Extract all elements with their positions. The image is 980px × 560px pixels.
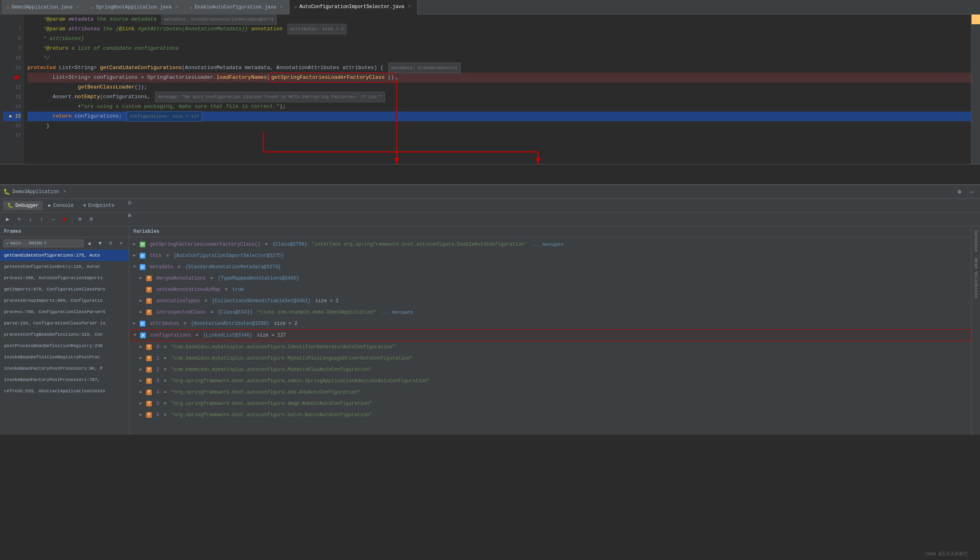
main-layout: ☕ Demo3Application.java × ☕ SpringBootAp… (0, 0, 980, 560)
expand-conf-4[interactable] (140, 388, 145, 397)
run-cursor-btn[interactable]: → (48, 214, 58, 225)
frames-down-btn[interactable]: ▼ (96, 239, 105, 248)
expand-configurations[interactable] (134, 331, 139, 340)
navigate-link-introspected[interactable]: ... Navigate (381, 308, 413, 317)
frames-up-btn[interactable]: ▲ (85, 239, 94, 248)
frames-header: Frames (0, 226, 129, 237)
expand-conf-5[interactable] (140, 399, 145, 408)
sidebar-database[interactable]: Database (972, 227, 980, 255)
var-row-attributes[interactable]: p attributes = {AnnotationAttributes@328… (129, 318, 971, 329)
expand-anntypes[interactable] (140, 297, 145, 305)
sidebar-bean-validation[interactable]: Bean Validation (972, 255, 980, 301)
separator (72, 215, 72, 223)
var-row-anntypes[interactable]: f annotationTypes = {Collections$Unmodif… (129, 295, 971, 307)
var-row-conf-5[interactable]: f 5 = "org.springframework.boot.autoconf… (129, 398, 971, 409)
stop-btn[interactable]: ■ (59, 214, 69, 225)
frame-item-9[interactable]: invokeBeanDefinitionRegistryPostProc (0, 352, 129, 363)
frame-item-0[interactable]: getCandidateConfigurations:175, Auto (0, 250, 129, 261)
frame-item-7[interactable]: processConfigBeanDefinitions:319, Con (0, 329, 129, 340)
expand-merged[interactable] (140, 274, 145, 283)
expand-conf-1[interactable] (140, 354, 145, 363)
var-row-conf-0[interactable]: f 0 = "com.baomidou.mybatisplus.autoconf… (129, 341, 971, 353)
frame-item-12[interactable]: refresh:533, AbstractApplicationContex (0, 385, 129, 397)
var-row-conf-3[interactable]: f 3 = "org.springframework.boot.autoconf… (129, 375, 971, 387)
f-icon-conf-0: f (146, 344, 152, 350)
frame-item-6[interactable]: parse:193, ConfigurationClassParser (o (0, 318, 129, 329)
watches-btn[interactable]: ≡ (86, 214, 97, 225)
tab-close-0[interactable]: × (75, 4, 81, 10)
variables-header: Variables (129, 226, 971, 237)
tab-close-2[interactable]: × (279, 4, 284, 10)
code-line-13: Assert. notEmpty (configurations, messag… (27, 92, 971, 102)
tab-close-3[interactable]: × (407, 4, 412, 10)
code-line-8: * attributes} (27, 34, 971, 44)
frame-item-8[interactable]: postProcessBeanDefinitionRegistry:236 (0, 340, 129, 352)
tab-autoconfigurationimportselector[interactable]: ☕ AutoConfigurationImportSelector.java × (290, 0, 418, 15)
line-numbers: 7 8 9 10 10 11 12 13 14 ▶ 15 16 17 (0, 15, 24, 164)
debug-body: Frames ✔ main...NNING ▼ ▲ ▼ ▽ + (0, 226, 980, 435)
frame-item-4[interactable]: processGroupImports:809, Configuratio (0, 295, 129, 306)
frames-toolbar: ✔ main...NNING ▼ ▲ ▼ ▽ + (0, 237, 129, 250)
var-row-this[interactable]: p this = {AutoConfigurationImportSelecto… (129, 250, 971, 261)
var-row-0[interactable]: m getSpringFactoriesLoaderFactoryClass()… (129, 239, 971, 250)
expand-conf-3[interactable] (140, 377, 145, 385)
frame-item-10[interactable]: invokeBeanFactoryPostProcessors:96, P (0, 363, 129, 374)
minimize-btn[interactable]: — (966, 187, 977, 197)
frames-filter-btn[interactable]: ▽ (106, 239, 115, 248)
navigate-link-0[interactable]: ... Navigate (532, 240, 564, 249)
expand-0[interactable] (133, 240, 138, 249)
f-icon-conf-2: f (146, 367, 152, 373)
thread-selector[interactable]: ✔ main...NNING ▼ (3, 240, 84, 247)
frame-item-11[interactable]: invokeBeanFactoryPostProcessors:707, (0, 374, 129, 385)
var-row-nested[interactable]: f nestedAnnotationsAsMap = true (129, 284, 971, 295)
tab-enableautoconfiguration[interactable]: ☕ EnableAutoConfiguration.java × (185, 0, 290, 15)
frames-list: getCandidateConfigurations:175, Auto get… (0, 250, 129, 435)
f-icon-conf-4: f (146, 389, 152, 395)
f-icon-introspected: f (146, 309, 152, 315)
f-icon-conf-3: f (146, 378, 152, 384)
var-row-introspected[interactable]: f introspectedClass = {Class@1341} "clas… (129, 307, 971, 318)
var-row-conf-4[interactable]: f 4 = "org.springframework.boot.autoconf… (129, 387, 971, 398)
tab-debugger[interactable]: 🐛 Debugger (3, 201, 43, 210)
tab-demo3application[interactable]: ☕ Demo3Application.java × (2, 0, 86, 15)
var-row-conf-6[interactable]: f 6 = "org.springframework.boot.autoconf… (129, 409, 971, 421)
frames-add-btn[interactable]: + (117, 239, 126, 248)
expand-conf-0[interactable] (140, 343, 145, 352)
f-icon-nested: f (146, 287, 152, 293)
expand-conf-6[interactable] (140, 411, 145, 419)
inline-hint-attrs: attributes: size = 2 (287, 24, 346, 34)
frame-item-5[interactable]: process:780, ConfigurationClassParserS (0, 306, 129, 318)
settings-btn[interactable]: ⚙ (954, 187, 965, 197)
tab-endpoints[interactable]: ⊕ Endpoints (79, 201, 118, 210)
expand-attributes[interactable] (133, 319, 138, 328)
frame-item-1[interactable]: getAutoConfigurationEntry:116, AutoC (0, 261, 129, 272)
step-over-btn[interactable]: ↷ (14, 214, 24, 225)
expand-metadata[interactable] (133, 263, 138, 272)
code-editor[interactable]: * @param metadata the source metadata me… (24, 15, 971, 164)
tab-springbootapplication[interactable]: ☕ SpringBootApplication.java × (86, 0, 185, 15)
highlighted-method-call: getSpringFactoriesLoaderFactoryClass () (270, 72, 395, 83)
code-line-12: getBeanClassLoader ()); (27, 82, 971, 92)
java-icon-2: ☕ (91, 4, 94, 10)
debug-close-btn[interactable]: × (63, 189, 66, 195)
tab-close-1[interactable]: × (174, 4, 180, 10)
inline-hint-metadata: metadata: StandardAnnotationMetadata@327… (162, 15, 277, 25)
expand-introspected[interactable] (140, 308, 145, 317)
tab-console[interactable]: ▶ Console (44, 201, 78, 210)
resume-btn[interactable]: ▶ (2, 214, 13, 225)
code-line-10a: */ (27, 53, 971, 63)
step-out-btn[interactable]: ↑ (36, 214, 47, 225)
var-row-metadata[interactable]: p metadata = {StandardAnnotationMetadata… (129, 261, 971, 273)
var-row-merged[interactable]: f mergedAnnotations = {TypeMappedAnnotat… (129, 273, 971, 284)
var-row-conf-1[interactable]: f 1 = "com.baomidou.mybatisplus.autoconf… (129, 353, 971, 364)
expand-conf-2[interactable] (140, 365, 145, 374)
frames-btn[interactable]: ≡ (75, 214, 85, 225)
frame-item-2[interactable]: process:396, AutoConfigurationImports (0, 272, 129, 284)
var-row-configurations[interactable]: p configurations = {LinkedList@3346} siz… (129, 329, 971, 341)
scroll-indicator[interactable] (972, 15, 980, 24)
step-into-btn[interactable]: ↓ (25, 214, 36, 225)
code-line-7: * @param attributes the { @link #getAttr… (27, 24, 971, 34)
expand-this[interactable] (133, 251, 138, 260)
frame-item-3[interactable]: getImports:879, ConfigurationClassPars (0, 284, 129, 295)
var-row-conf-2[interactable]: f 2 = "com.baomidou.mybatisplus.autoconf… (129, 364, 971, 375)
